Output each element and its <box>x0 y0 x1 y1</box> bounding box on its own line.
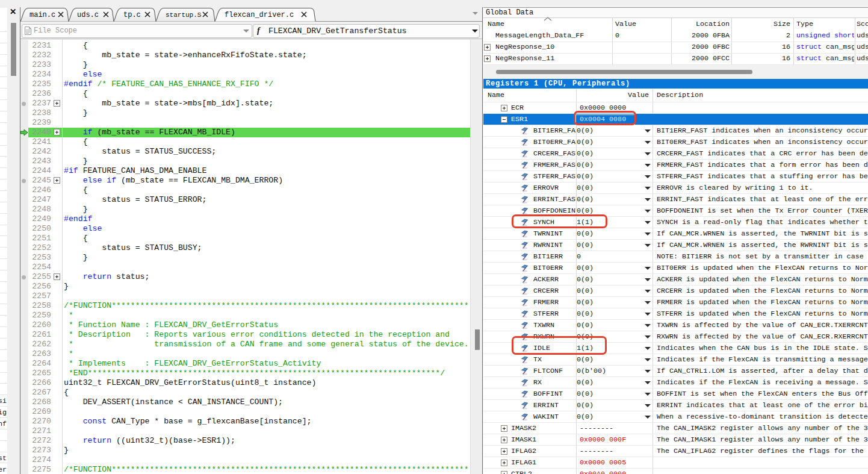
svg-text:main.c: main.c <box>29 11 55 19</box>
svg-text:flexcan_driver.c: flexcan_driver.c <box>225 11 294 19</box>
svg-text:startup.S: startup.S <box>166 11 202 19</box>
svg-text:uds.c: uds.c <box>77 11 99 19</box>
svg-text:tp.c: tp.c <box>123 11 141 19</box>
